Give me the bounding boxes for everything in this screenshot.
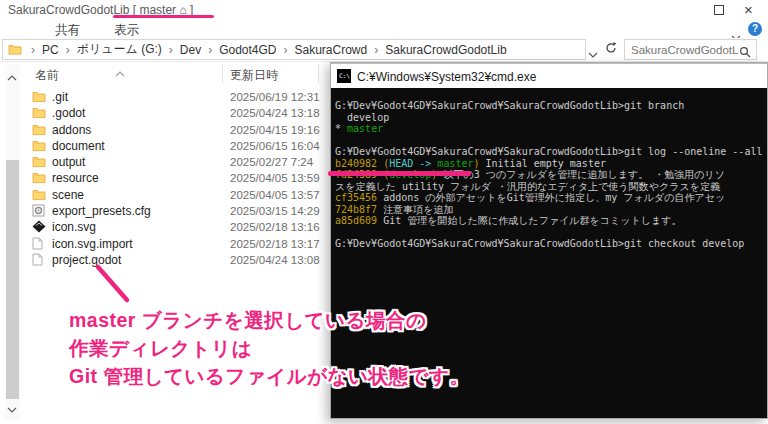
file-name: .godot <box>52 106 85 120</box>
console-text-segment: master <box>437 158 473 169</box>
breadcrumb-segment[interactable]: SakuraCrowdGodotLib <box>385 43 506 57</box>
maximize-button[interactable] <box>714 5 724 15</box>
console-text-segment: b240982 ( <box>335 158 389 169</box>
file-modified-date: 2025/03/15 14:29 <box>230 205 320 217</box>
console-text-segment: スを定義した utility フォルダ ・汎用的なエディタ上で使う関数やクラスを… <box>335 181 720 192</box>
console-text-segment: G:¥Dev¥Godot4GD¥SakuraCrowd¥SakuraCrowdG… <box>335 100 684 111</box>
annotation-text: master ブランチを選択している場合の作業ディレクトリはGit 管理している… <box>69 306 469 390</box>
column-header-modified[interactable]: 更新日時 <box>230 67 278 84</box>
console-line <box>335 135 767 147</box>
file-modified-date: 2025/04/15 19:16 <box>230 124 320 136</box>
close-button[interactable]: × <box>744 1 753 19</box>
breadcrumb-separator: › <box>169 43 173 57</box>
console-line: b240982 (HEAD -> master) Initial empty m… <box>335 158 767 170</box>
file-icon <box>32 237 43 250</box>
address-dropdown-icon[interactable] <box>588 44 598 62</box>
breadcrumb-separator: › <box>374 43 378 57</box>
console-text-segment: Initial empty master <box>480 158 606 169</box>
file-name: addons <box>52 123 91 137</box>
sort-ascending-icon <box>114 63 126 81</box>
console-line: * master <box>335 123 767 135</box>
console-text-segment: develop <box>335 112 389 123</box>
breadcrumb-segment[interactable]: SakuraCrowd <box>295 43 368 57</box>
ribbon-bar: 共有 表示 ? <box>0 20 768 38</box>
console-text-segment: 724b8f7 <box>335 204 377 215</box>
console-text-segment: HEAD -> <box>389 158 437 169</box>
console-text-segment: Git 管理を開始した際に作成したファイル群をコミットします。 <box>377 215 681 226</box>
search-input[interactable] <box>631 40 739 59</box>
file-modified-date: 2025/04/05 13:59 <box>230 172 320 184</box>
column-separator[interactable] <box>318 64 319 83</box>
cmd-titlebar[interactable]: C:\ C:¥Windows¥System32¥cmd.exe <box>331 63 767 88</box>
config-file-icon <box>32 204 45 217</box>
cmd-window-title: C:¥Windows¥System32¥cmd.exe <box>357 70 536 84</box>
console-line: スを定義した utility フォルダ ・汎用的なエディタ上で使う関数やクラスを… <box>335 181 767 193</box>
tab-share[interactable]: 共有 <box>55 22 80 39</box>
console-text-segment: 注意事項を追加 <box>377 204 453 215</box>
file-name: icon.svg.import <box>52 237 133 251</box>
file-name: scene <box>52 188 84 202</box>
console-text-segment: addons の外部アセットをGit管理外に指定し、my フォルダの自作アセッ <box>377 192 725 203</box>
folder-icon <box>32 188 46 201</box>
console-text-segment: 以下の3 つのフォルダを管理に追加します。 ・勉強用のリソ <box>437 169 725 180</box>
folder-icon <box>32 106 46 119</box>
console-line: G:¥Dev¥Godot4GD¥SakuraCrowd¥SakuraCrowdG… <box>335 238 767 250</box>
screen: SakuraCrowdGodotLib [ master ⌂ ] × 共有 表示… <box>0 0 768 424</box>
breadcrumb-separator: › <box>66 43 70 57</box>
column-header-name[interactable]: 名前 <box>35 67 59 84</box>
file-modified-date: 2025/04/24 13:18 <box>230 107 320 119</box>
pink-title-underline-annotation <box>113 15 214 18</box>
breadcrumb-separator: › <box>284 43 288 57</box>
console-line <box>335 227 767 239</box>
console-text-segment: cf35456 <box>335 192 377 203</box>
console-line: cf35456 addons の外部アセットをGit管理外に指定し、my フォル… <box>335 192 767 204</box>
search-box <box>624 39 757 60</box>
cmd-prompt-icon: C:\ <box>337 69 351 83</box>
file-modified-date: 2025/06/19 12:31 <box>230 91 320 103</box>
breadcrumb-segment[interactable]: PC <box>42 43 59 57</box>
annotation-line: master ブランチを選択している場合の <box>69 306 469 334</box>
breadcrumb: ›PC›ボリューム (G:)›Dev›Godot4GD›SakuraCrowd›… <box>24 41 507 58</box>
pink-console-underline-annotation <box>328 171 471 176</box>
search-icon[interactable] <box>739 44 751 62</box>
annotation-line: Git 管理しているファイルがない状態です。 <box>69 362 469 390</box>
folder-icon <box>32 155 46 168</box>
console-line: G:¥Dev¥Godot4GD¥SakuraCrowd¥SakuraCrowdG… <box>335 146 767 158</box>
console-text-segment: G:¥Dev¥Godot4GD¥SakuraCrowd¥SakuraCrowdG… <box>335 238 744 249</box>
refresh-icon[interactable] <box>604 41 618 59</box>
console-text-segment: * <box>335 123 347 134</box>
breadcrumb-separator: › <box>208 43 212 57</box>
tab-view[interactable]: 表示 <box>114 22 139 39</box>
address-row: ›PC›ボリューム (G:)›Dev›Godot4GD›SakuraCrowd›… <box>0 38 768 62</box>
file-icon <box>32 253 43 266</box>
file-name: project.godot <box>52 253 121 267</box>
file-name: output <box>52 155 85 169</box>
nav-pane-scrollbar[interactable] <box>5 64 20 420</box>
breadcrumb-segment[interactable]: Godot4GD <box>219 43 276 57</box>
help-icon[interactable]: ? <box>748 22 762 36</box>
file-name: icon.svg <box>52 220 96 234</box>
file-name: resource <box>52 171 99 185</box>
console-text-segment: G:¥Dev¥Godot4GD¥SakuraCrowd¥SakuraCrowdG… <box>335 146 762 157</box>
file-name: .git <box>52 90 68 104</box>
file-name: document <box>52 139 105 153</box>
folder-icon <box>32 123 46 136</box>
breadcrumb-segment[interactable]: Dev <box>180 43 201 57</box>
address-bar[interactable]: ›PC›ボリューム (G:)›Dev›Godot4GD›SakuraCrowd›… <box>2 39 586 60</box>
folder-icon <box>32 139 46 152</box>
file-modified-date: 2025/02/18 13:17 <box>230 238 320 250</box>
column-separator[interactable] <box>222 64 223 83</box>
console-line: a85d609 Git 管理を開始した際に作成したファイル群をコミットします。 <box>335 215 767 227</box>
console-line: G:¥Dev¥Godot4GD¥SakuraCrowd¥SakuraCrowdG… <box>335 100 767 112</box>
inkscape-svg-icon <box>32 220 46 233</box>
folder-icon <box>32 90 46 103</box>
file-modified-date: 2025/04/05 13:57 <box>230 189 320 201</box>
file-name: export_presets.cfg <box>52 204 151 218</box>
scrollbar-thumb[interactable] <box>6 160 19 399</box>
console-text-segment: a85d609 <box>335 215 377 226</box>
breadcrumb-segment[interactable]: ボリューム (G:) <box>77 41 162 58</box>
scrollbar-down-icon[interactable] <box>7 399 17 417</box>
explorer-titlebar: SakuraCrowdGodotLib [ master ⌂ ] × <box>0 0 768 20</box>
address-folder-icon <box>8 41 22 59</box>
folder-icon <box>32 171 46 184</box>
